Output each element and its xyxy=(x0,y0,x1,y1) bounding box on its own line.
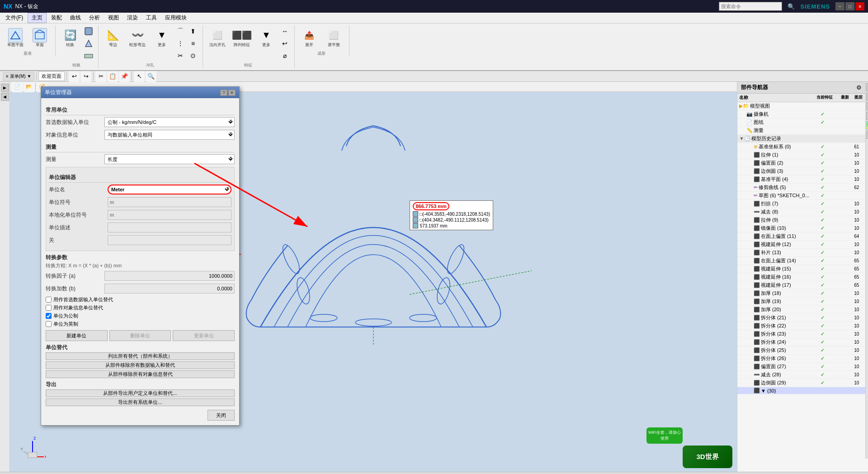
nav-sketch-5[interactable]: ✏ 修剪曲线 (5) ✓62 xyxy=(737,184,865,192)
nav-feature-18[interactable]: ⬛ 加厚 (18) ✓10 xyxy=(737,289,865,298)
left-nav-btn-1[interactable]: ▶ xyxy=(1,84,9,92)
unit-name-select[interactable]: Meter Millimeter Centimeter Inch Foot xyxy=(108,185,231,194)
search-input[interactable] xyxy=(719,2,782,11)
nav-feature-24[interactable]: ⬛ 拆分体 (24) ✓10 xyxy=(737,338,865,346)
rp-icon-5[interactable]: 🎨 xyxy=(866,121,868,129)
nav-feature-26[interactable]: ⬛ 拆分体 (26) ✓10 xyxy=(737,355,865,363)
nav-feature-13[interactable]: ⬛ 补片 (13) ✓10 xyxy=(737,249,865,257)
nav-feature-22[interactable]: ⬛ 拆分体 (22) ✓10 xyxy=(737,322,865,330)
metric-checkbox[interactable] xyxy=(46,313,52,319)
localized-symbol-input[interactable] xyxy=(108,210,231,220)
dialog-close-button[interactable]: 关闭 xyxy=(208,410,235,421)
preferred-input-select[interactable]: 公制 - kg/mm/N/deg/C xyxy=(104,117,235,127)
snake-bend-button[interactable]: 〰️ 蛇形弯边 xyxy=(126,25,149,50)
toolbar-copy-button[interactable]: 📋 xyxy=(107,71,118,82)
factor-a-input[interactable] xyxy=(104,271,235,281)
nav-sketch-6[interactable]: ✏ 草图 (6) *SKETCH_0... ✓ xyxy=(737,192,865,200)
boss-button[interactable]: ⬆ xyxy=(187,25,199,37)
rp-icon-4[interactable]: 🕐 xyxy=(866,112,868,120)
delete-unit-button[interactable]: 删除单位 xyxy=(109,330,171,341)
nav-drawing[interactable]: 📄 图纸 ✓ xyxy=(737,118,865,127)
search-icon[interactable]: 🔍 xyxy=(788,3,795,10)
rp-icon-6[interactable]: 📋 xyxy=(866,131,868,139)
nav-model-view[interactable]: ▶📁 模型视图 xyxy=(737,102,865,110)
preferred-input-checkbox[interactable] xyxy=(46,297,52,303)
menu-modules[interactable]: 应用模块 xyxy=(161,13,190,23)
toolbar-undo-button[interactable]: ↩ xyxy=(69,71,80,82)
object-info-checkbox[interactable] xyxy=(46,305,52,311)
nav-feature-10[interactable]: ⬛ 镜像面 (10) ✓10 xyxy=(737,224,865,232)
extrude-button[interactable] xyxy=(83,38,94,49)
relation-input[interactable] xyxy=(108,235,231,245)
welcome-tab[interactable]: 欢迎页面 xyxy=(38,71,65,81)
rp-icon-2[interactable]: 📎 xyxy=(866,93,868,101)
maximize-button[interactable]: □ xyxy=(845,2,854,10)
menu-assembly[interactable]: 装配 xyxy=(47,13,66,23)
nav-feature-7[interactable]: ⬛ 扫掠 (7) ✓10 xyxy=(737,200,865,208)
nav-feature-29[interactable]: ⬛ 边倒圆 (29) ✓10 xyxy=(737,379,865,387)
nav-feature-15[interactable]: ⬛ 视建延伸 (15) ✓65 xyxy=(737,265,865,273)
nav-datum-0[interactable]: ⊕ 基准坐标系 (0) ✓61 xyxy=(737,143,865,151)
nav-feature-19[interactable]: ⬛ 加厚 (19) ✓10 xyxy=(737,298,865,306)
unit-symbol-input[interactable] xyxy=(108,197,231,207)
nav-feature-27[interactable]: ⬛ 偏置面 (27) ✓10 xyxy=(737,363,865,371)
toolbar-paste-button[interactable]: 📌 xyxy=(119,71,130,82)
punch-hole-button[interactable]: ⊙ xyxy=(187,50,199,62)
louver-button[interactable]: ≡ xyxy=(187,38,199,49)
nav-feature-16[interactable]: ⬛ 视建延伸 (16) ✓65 xyxy=(737,273,865,281)
menu-curve[interactable]: 曲线 xyxy=(66,13,85,23)
remove-input-button[interactable]: 从部件移除所有数据输入和替代 xyxy=(46,361,235,369)
menu-view[interactable]: 视图 xyxy=(104,13,123,23)
normal-opening-button[interactable]: ⬜ 法向开孔 xyxy=(206,25,229,50)
rp-icon-1[interactable]: 🖊 xyxy=(866,83,868,91)
export-system-button[interactable]: 导出所有系统单位... xyxy=(46,398,235,406)
measurement-type-select[interactable]: 长度 xyxy=(104,154,235,164)
nav-feature-4[interactable]: ⬛ 基准平面 (4) ✓10 xyxy=(737,175,865,184)
toolbar-select-button[interactable]: ↖ xyxy=(134,71,145,82)
menu-tools[interactable]: 工具 xyxy=(142,13,160,23)
pattern-feature-button[interactable]: ⬛⬛ 阵列特征 xyxy=(230,25,254,50)
unit-desc-input[interactable] xyxy=(108,223,231,232)
object-info-select[interactable]: 与数据输入单位相同 xyxy=(104,130,235,140)
nav-feature-11[interactable]: ⬛ 在面上偏置 (11) ✓64 xyxy=(737,232,865,241)
menu-home[interactable]: 主页 xyxy=(28,13,47,23)
convert-button[interactable]: 🔄 转换 xyxy=(58,25,82,50)
toolbar-zoom-button[interactable]: 🔍 xyxy=(146,71,156,82)
left-nav-btn-2[interactable]: ◀ xyxy=(1,93,9,101)
toolbar-redo-button[interactable]: ↪ xyxy=(80,71,91,82)
nav-feature-1[interactable]: ⬛ 拉伸 (1) ✓10 xyxy=(737,151,865,159)
sketch-plane-button[interactable]: 草图平面 xyxy=(4,25,27,50)
more-features-button[interactable]: ▼ 更多 xyxy=(255,25,278,50)
offset-b-input[interactable] xyxy=(104,284,235,294)
trim-angle-button[interactable]: ✂ xyxy=(175,50,186,62)
nav-feature-25[interactable]: ⬛ 拆分体 (25) ✓10 xyxy=(737,346,865,355)
nav-feature-23[interactable]: ⬛ 拆分体 (23) ✓10 xyxy=(737,330,865,338)
straighten-button[interactable]: ↔ xyxy=(279,25,291,37)
minimize-button[interactable]: − xyxy=(835,2,844,10)
dialog-help-button[interactable]: ? xyxy=(220,90,227,96)
nav-history[interactable]: ▼🕒 模型历史记录 xyxy=(737,135,865,143)
menu-toggle[interactable]: ≡ 菜单(M) ▼ xyxy=(3,72,34,81)
canvas-file-button[interactable]: 📄 xyxy=(12,82,23,92)
nav-feature-3[interactable]: ⬛ 边倒圆 (3) ✓10 xyxy=(737,167,865,175)
nav-minus-8[interactable]: ➖ 减去 (8) ✓10 xyxy=(737,208,865,216)
nav-camera[interactable]: 📷 摄像机 ✓ xyxy=(737,110,865,118)
settings-icon[interactable]: ⚙ xyxy=(856,84,862,91)
sketch-button[interactable]: 草面 xyxy=(28,25,52,50)
convert-to-sheet-button[interactable] xyxy=(83,50,94,62)
nav-feature-20[interactable]: ⬛ 加厚 (20) ✓10 xyxy=(737,306,865,314)
toolbar-cut-button[interactable]: ✂ xyxy=(95,71,106,82)
nav-feature-21[interactable]: ⬛ 拆分体 (21) ✓10 xyxy=(737,314,865,322)
nav-minus-28[interactable]: ➖ 减去 (28) ✓10 xyxy=(737,371,865,379)
unfold-button[interactable]: 📤 展开 xyxy=(297,25,321,50)
nav-feature-17[interactable]: ⬛ 视建延伸 (17) ✓65 xyxy=(737,281,865,289)
new-unit-button[interactable]: 新建单位 xyxy=(46,330,108,341)
nav-feature-30[interactable]: ⬛ ▼ (30) xyxy=(737,387,865,394)
canvas-open-button[interactable]: 📂 xyxy=(24,82,34,92)
adjust-bend-radius-button[interactable]: ⌀ xyxy=(279,50,291,62)
solid-feature-button[interactable] xyxy=(83,25,94,37)
fold-angle-button[interactable]: ⌒ xyxy=(175,25,186,37)
menu-file[interactable]: 文件(F) xyxy=(2,13,27,23)
rp-icon-3[interactable]: 📦 xyxy=(866,102,868,110)
nav-feature-9[interactable]: ⬛ 拉伸 (9) ✓10 xyxy=(737,216,865,224)
